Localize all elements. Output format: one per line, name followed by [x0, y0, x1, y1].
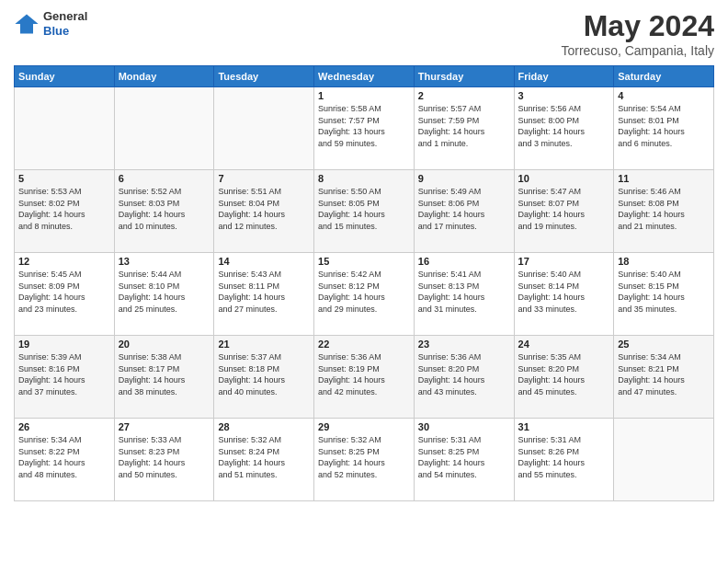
- day-number: 16: [418, 256, 510, 267]
- cell-sun-info: Sunrise: 5:46 AM Sunset: 8:08 PM Dayligh…: [618, 186, 710, 232]
- day-number: 9: [418, 173, 510, 184]
- cell-sun-info: Sunrise: 5:49 AM Sunset: 8:06 PM Dayligh…: [418, 186, 510, 232]
- location-subtitle: Torrecuso, Campania, Italy: [561, 43, 714, 58]
- calendar-cell: 20Sunrise: 5:38 AM Sunset: 8:17 PM Dayli…: [114, 336, 214, 419]
- day-number: 19: [18, 339, 110, 350]
- calendar-cell: 23Sunrise: 5:36 AM Sunset: 8:20 PM Dayli…: [414, 336, 514, 419]
- logo-general: General: [43, 9, 87, 24]
- calendar-cell: 26Sunrise: 5:34 AM Sunset: 8:22 PM Dayli…: [15, 419, 115, 501]
- calendar-cell: 4Sunrise: 5:54 AM Sunset: 8:01 PM Daylig…: [614, 87, 714, 170]
- cell-sun-info: Sunrise: 5:45 AM Sunset: 8:09 PM Dayligh…: [18, 269, 110, 315]
- calendar-cell: 15Sunrise: 5:42 AM Sunset: 8:12 PM Dayli…: [314, 253, 415, 336]
- day-number: 1: [318, 90, 410, 101]
- cell-sun-info: Sunrise: 5:44 AM Sunset: 8:10 PM Dayligh…: [119, 269, 210, 315]
- calendar-cell: [15, 87, 115, 170]
- day-number: 12: [18, 256, 110, 267]
- cell-sun-info: Sunrise: 5:53 AM Sunset: 8:02 PM Dayligh…: [18, 186, 110, 232]
- page-header: General Blue May 2024 Torrecuso, Campani…: [14, 9, 714, 58]
- day-number: 3: [518, 90, 610, 101]
- cell-sun-info: Sunrise: 5:58 AM Sunset: 7:57 PM Dayligh…: [318, 103, 410, 149]
- calendar-cell: 2Sunrise: 5:57 AM Sunset: 7:59 PM Daylig…: [414, 87, 514, 170]
- logo-icon: [14, 11, 40, 37]
- calendar-cell: 17Sunrise: 5:40 AM Sunset: 8:14 PM Dayli…: [514, 253, 614, 336]
- cell-sun-info: Sunrise: 5:39 AM Sunset: 8:16 PM Dayligh…: [18, 351, 110, 397]
- calendar-table: SundayMondayTuesdayWednesdayThursdayFrid…: [14, 65, 714, 501]
- cell-sun-info: Sunrise: 5:52 AM Sunset: 8:03 PM Dayligh…: [119, 186, 210, 232]
- day-number: 14: [218, 256, 310, 267]
- cell-sun-info: Sunrise: 5:42 AM Sunset: 8:12 PM Dayligh…: [318, 269, 410, 315]
- cell-sun-info: Sunrise: 5:32 AM Sunset: 8:25 PM Dayligh…: [318, 434, 410, 480]
- calendar-cell: 25Sunrise: 5:34 AM Sunset: 8:21 PM Dayli…: [614, 336, 714, 419]
- cell-sun-info: Sunrise: 5:40 AM Sunset: 8:14 PM Dayligh…: [518, 269, 610, 315]
- weekday-header: Monday: [114, 66, 214, 87]
- day-number: 22: [318, 339, 410, 350]
- day-number: 7: [218, 173, 310, 184]
- day-number: 24: [518, 339, 610, 350]
- calendar-cell: 19Sunrise: 5:39 AM Sunset: 8:16 PM Dayli…: [15, 336, 115, 419]
- cell-sun-info: Sunrise: 5:43 AM Sunset: 8:11 PM Dayligh…: [218, 269, 310, 315]
- calendar-week-row: 26Sunrise: 5:34 AM Sunset: 8:22 PM Dayli…: [15, 419, 714, 501]
- cell-sun-info: Sunrise: 5:35 AM Sunset: 8:20 PM Dayligh…: [518, 351, 610, 397]
- calendar-cell: [614, 419, 714, 501]
- calendar-cell: 9Sunrise: 5:49 AM Sunset: 8:06 PM Daylig…: [414, 170, 514, 253]
- day-number: 23: [418, 339, 510, 350]
- calendar-cell: 13Sunrise: 5:44 AM Sunset: 8:10 PM Dayli…: [114, 253, 214, 336]
- cell-sun-info: Sunrise: 5:34 AM Sunset: 8:21 PM Dayligh…: [618, 351, 710, 397]
- title-area: May 2024 Torrecuso, Campania, Italy: [561, 9, 714, 58]
- day-number: 5: [18, 173, 110, 184]
- logo: General Blue: [14, 9, 87, 38]
- cell-sun-info: Sunrise: 5:54 AM Sunset: 8:01 PM Dayligh…: [618, 103, 710, 149]
- calendar-cell: 31Sunrise: 5:31 AM Sunset: 8:26 PM Dayli…: [514, 419, 614, 501]
- day-number: 17: [518, 256, 610, 267]
- day-number: 25: [618, 339, 710, 350]
- month-title: May 2024: [561, 9, 714, 43]
- day-number: 20: [119, 339, 210, 350]
- day-number: 13: [119, 256, 210, 267]
- day-number: 27: [119, 421, 210, 432]
- calendar-cell: 6Sunrise: 5:52 AM Sunset: 8:03 PM Daylig…: [114, 170, 214, 253]
- calendar-cell: 18Sunrise: 5:40 AM Sunset: 8:15 PM Dayli…: [614, 253, 714, 336]
- day-number: 31: [518, 421, 610, 432]
- cell-sun-info: Sunrise: 5:37 AM Sunset: 8:18 PM Dayligh…: [218, 351, 310, 397]
- weekday-header: Friday: [514, 66, 614, 87]
- calendar-cell: 3Sunrise: 5:56 AM Sunset: 8:00 PM Daylig…: [514, 87, 614, 170]
- cell-sun-info: Sunrise: 5:50 AM Sunset: 8:05 PM Dayligh…: [318, 186, 410, 232]
- cell-sun-info: Sunrise: 5:31 AM Sunset: 8:25 PM Dayligh…: [418, 434, 510, 480]
- calendar-cell: 5Sunrise: 5:53 AM Sunset: 8:02 PM Daylig…: [15, 170, 115, 253]
- cell-sun-info: Sunrise: 5:56 AM Sunset: 8:00 PM Dayligh…: [518, 103, 610, 149]
- calendar-cell: 21Sunrise: 5:37 AM Sunset: 8:18 PM Dayli…: [214, 336, 314, 419]
- weekday-header: Wednesday: [314, 66, 415, 87]
- cell-sun-info: Sunrise: 5:47 AM Sunset: 8:07 PM Dayligh…: [518, 186, 610, 232]
- weekday-header-row: SundayMondayTuesdayWednesdayThursdayFrid…: [15, 66, 714, 87]
- calendar-cell: [214, 87, 314, 170]
- day-number: 28: [218, 421, 310, 432]
- calendar-cell: 27Sunrise: 5:33 AM Sunset: 8:23 PM Dayli…: [114, 419, 214, 501]
- cell-sun-info: Sunrise: 5:38 AM Sunset: 8:17 PM Dayligh…: [119, 351, 210, 397]
- cell-sun-info: Sunrise: 5:40 AM Sunset: 8:15 PM Dayligh…: [618, 269, 710, 315]
- calendar-week-row: 5Sunrise: 5:53 AM Sunset: 8:02 PM Daylig…: [15, 170, 714, 253]
- calendar-week-row: 19Sunrise: 5:39 AM Sunset: 8:16 PM Dayli…: [15, 336, 714, 419]
- calendar-cell: 30Sunrise: 5:31 AM Sunset: 8:25 PM Dayli…: [414, 419, 514, 501]
- weekday-header: Saturday: [614, 66, 714, 87]
- cell-sun-info: Sunrise: 5:57 AM Sunset: 7:59 PM Dayligh…: [418, 103, 510, 149]
- weekday-header: Tuesday: [214, 66, 314, 87]
- day-number: 26: [18, 421, 110, 432]
- cell-sun-info: Sunrise: 5:51 AM Sunset: 8:04 PM Dayligh…: [218, 186, 310, 232]
- cell-sun-info: Sunrise: 5:36 AM Sunset: 8:20 PM Dayligh…: [418, 351, 510, 397]
- calendar-cell: 22Sunrise: 5:36 AM Sunset: 8:19 PM Dayli…: [314, 336, 415, 419]
- day-number: 8: [318, 173, 410, 184]
- day-number: 2: [418, 90, 510, 101]
- calendar-cell: 7Sunrise: 5:51 AM Sunset: 8:04 PM Daylig…: [214, 170, 314, 253]
- calendar-cell: 24Sunrise: 5:35 AM Sunset: 8:20 PM Dayli…: [514, 336, 614, 419]
- calendar-cell: 8Sunrise: 5:50 AM Sunset: 8:05 PM Daylig…: [314, 170, 415, 253]
- calendar-cell: 28Sunrise: 5:32 AM Sunset: 8:24 PM Dayli…: [214, 419, 314, 501]
- calendar-cell: 1Sunrise: 5:58 AM Sunset: 7:57 PM Daylig…: [314, 87, 415, 170]
- cell-sun-info: Sunrise: 5:33 AM Sunset: 8:23 PM Dayligh…: [119, 434, 210, 480]
- logo-text: General Blue: [43, 9, 87, 38]
- day-number: 15: [318, 256, 410, 267]
- cell-sun-info: Sunrise: 5:41 AM Sunset: 8:13 PM Dayligh…: [418, 269, 510, 315]
- day-number: 21: [218, 339, 310, 350]
- calendar-cell: [114, 87, 214, 170]
- day-number: 18: [618, 256, 710, 267]
- calendar-cell: 10Sunrise: 5:47 AM Sunset: 8:07 PM Dayli…: [514, 170, 614, 253]
